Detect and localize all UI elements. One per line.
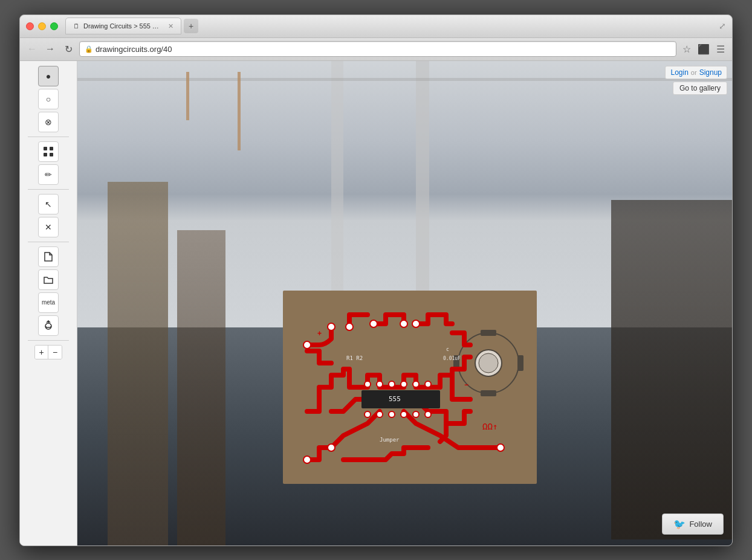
pipe-vertical: [186, 72, 189, 120]
table-right: [611, 200, 732, 539]
svg-point-8: [479, 353, 498, 373]
svg-rect-3: [50, 153, 53, 156]
new-tab-button[interactable]: +: [184, 19, 198, 33]
follow-button[interactable]: 🐦 Follow: [662, 513, 724, 535]
active-tab[interactable]: 🗒 Drawing Circuits > 555 Ti... ✕: [65, 18, 181, 34]
easel-mid: [177, 230, 225, 545]
signup-link[interactable]: Signup: [699, 68, 722, 77]
svg-point-21: [303, 456, 311, 463]
svg-point-13: [328, 323, 335, 330]
title-bar: 🗒 Drawing Circuits > 555 Ti... ✕ + ⤢: [20, 15, 732, 38]
pen-tool[interactable]: ✏: [38, 164, 59, 185]
top-right-overlay: Login or Signup Go to gallery: [665, 66, 727, 95]
resize-icon: ⤢: [719, 21, 726, 31]
zoom-out-button[interactable]: −: [48, 346, 62, 359]
svg-rect-1: [50, 147, 53, 150]
maximize-button[interactable]: [50, 22, 58, 30]
zoom-in-button[interactable]: +: [35, 346, 48, 359]
svg-rect-2: [44, 153, 47, 156]
tool-separator-3: [28, 242, 70, 242]
svg-text:ΩΩ↑: ΩΩ↑: [482, 422, 498, 431]
menu-icon[interactable]: ☰: [714, 42, 727, 56]
tab-page-icon: 🗒: [73, 22, 80, 30]
gallery-button[interactable]: Go to gallery: [673, 82, 727, 95]
select-tool[interactable]: ↖: [38, 194, 59, 214]
ceiling-pipe: [77, 78, 732, 81]
file-tool[interactable]: [38, 246, 59, 267]
svg-text:−: −: [317, 450, 322, 459]
meta-tool[interactable]: meta: [38, 292, 59, 313]
bookmark-icon[interactable]: ☆: [680, 42, 693, 56]
cancel-tool[interactable]: ⊗: [38, 112, 59, 132]
minimize-button[interactable]: [38, 22, 46, 30]
pipe-vertical-2: [238, 72, 241, 150]
svg-point-31: [401, 411, 407, 417]
svg-point-15: [370, 320, 377, 327]
tool-separator-2: [28, 189, 70, 190]
refresh-button[interactable]: ↻: [61, 42, 76, 56]
svg-text:0.01uF: 0.01uF: [443, 356, 461, 361]
browser-content: ● ○ ⊗ ✏ ↖ ✕: [20, 61, 732, 546]
svg-text:+: +: [317, 329, 322, 338]
circle-tool[interactable]: ○: [38, 89, 59, 109]
svg-point-28: [365, 411, 371, 417]
window-buttons: [26, 22, 58, 30]
url-lock-icon: 🔒: [85, 45, 93, 53]
svg-point-24: [389, 381, 395, 387]
svg-rect-12: [517, 355, 523, 371]
back-button[interactable]: ←: [25, 42, 39, 56]
grid-tool[interactable]: [38, 141, 59, 162]
auth-bar: Login or Signup: [665, 66, 727, 79]
follow-label: Follow: [689, 520, 712, 529]
zoom-controls: + −: [34, 345, 62, 359]
toolbar-right: ☆ ⬛ ☰: [680, 42, 727, 56]
export-tool[interactable]: [38, 315, 59, 336]
twitter-icon: 🐦: [673, 518, 686, 530]
forward-button[interactable]: →: [43, 42, 57, 56]
circuit-svg: 555 R1 R2 c 0.01uF + − − Jumper ΩΩ↑: [283, 291, 537, 484]
tool-separator-1: [28, 137, 70, 137]
svg-text:c: c: [446, 347, 449, 352]
tab-close-button[interactable]: ✕: [168, 22, 173, 30]
login-link[interactable]: Login: [670, 68, 688, 77]
svg-point-33: [425, 411, 431, 417]
svg-text:−: −: [464, 381, 468, 389]
svg-point-19: [497, 444, 504, 451]
svg-point-18: [328, 444, 335, 451]
tool-separator-4: [28, 340, 70, 341]
svg-point-32: [413, 411, 419, 417]
svg-point-29: [377, 411, 383, 417]
svg-point-26: [413, 381, 419, 387]
svg-text:555: 555: [389, 395, 401, 403]
browser-window: 🗒 Drawing Circuits > 555 Ti... ✕ + ⤢ ← →…: [19, 14, 733, 546]
url-text: drawingcircuits.org/40: [96, 45, 172, 54]
svg-text:Jumper: Jumper: [380, 437, 400, 443]
svg-point-17: [412, 320, 420, 327]
close-button[interactable]: [26, 22, 34, 30]
svg-rect-0: [44, 147, 47, 150]
easel-left: [108, 182, 168, 546]
url-bar[interactable]: 🔒 drawingcircuits.org/40: [79, 41, 676, 57]
svg-point-27: [425, 381, 431, 387]
pencil-dot-tool[interactable]: ●: [38, 66, 59, 86]
svg-rect-34: [361, 390, 440, 408]
svg-point-16: [400, 320, 407, 327]
auth-or: or: [691, 69, 697, 76]
canvas-area: Login or Signup Go to gallery: [77, 61, 732, 546]
svg-rect-10: [481, 390, 496, 396]
svg-rect-9: [481, 330, 496, 336]
svg-point-20: [303, 341, 311, 349]
tab-bar: 🗒 Drawing Circuits > 555 Ti... ✕ +: [65, 18, 719, 34]
left-toolbar: ● ○ ⊗ ✏ ↖ ✕: [20, 61, 77, 546]
svg-point-25: [401, 381, 407, 387]
svg-point-22: [365, 381, 371, 387]
delete-tool[interactable]: ✕: [38, 217, 59, 237]
svg-point-23: [377, 381, 383, 387]
tab-title: Drawing Circuits > 555 Ti...: [83, 22, 162, 30]
svg-point-30: [389, 411, 395, 417]
circuit-overlay: 555 R1 R2 c 0.01uF + − − Jumper ΩΩ↑: [283, 291, 537, 486]
svg-text:R1  R2: R1 R2: [346, 355, 363, 361]
extensions-icon[interactable]: ⬛: [697, 42, 710, 56]
address-bar: ← → ↻ 🔒 drawingcircuits.org/40 ☆ ⬛ ☰: [20, 38, 732, 61]
folder-tool[interactable]: [38, 269, 59, 290]
